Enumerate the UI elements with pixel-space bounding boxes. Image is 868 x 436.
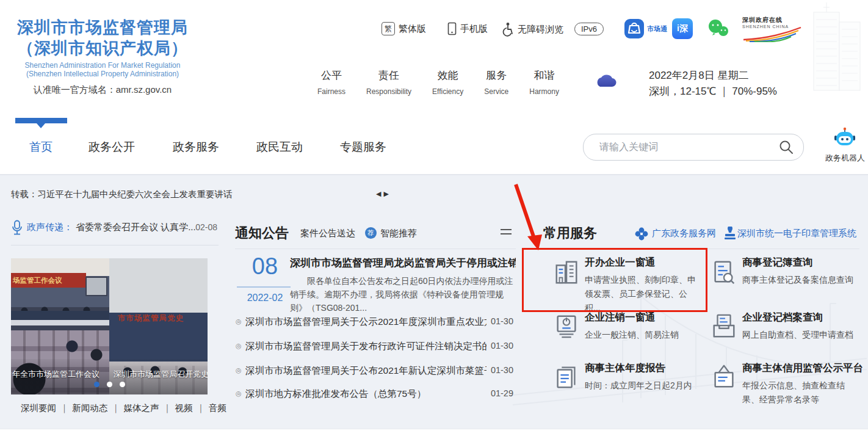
nav-special-services[interactable]: 专题服务 xyxy=(340,139,386,155)
power-off-icon xyxy=(552,312,580,340)
site-title-en-1: Shenzhen Administration For Market Regul… xyxy=(17,61,188,70)
wechat-icon xyxy=(707,18,730,39)
bullet-icon: ◎ xyxy=(236,366,242,374)
notices-title: 通知公告 xyxy=(235,224,289,242)
gd-gov-icon xyxy=(635,227,648,241)
service-open-business[interactable]: 开办企业一窗通 申请营业执照、刻制印章、申领发票、员工参保登记、公积... xyxy=(552,256,702,315)
link-smart-recommend[interactable]: 智能推荐 xyxy=(380,228,417,239)
weather-date: 2022年2月8日 星期二 xyxy=(649,68,748,82)
voice-label[interactable]: 政声传递： xyxy=(27,222,73,233)
content-area: 转载：习近平在十九届中央纪委六次全会上发表重要讲话 ◀▶ 政声传递： 省委常委会… xyxy=(0,175,868,429)
link-video[interactable]: 视频 xyxy=(175,403,193,413)
notice-item[interactable]: ◎ 深圳市地方标准批准发布公告（总第75号） 01-29 xyxy=(235,388,515,402)
service-deregister[interactable]: 企业注销一窗通 企业一般注销、简易注销 xyxy=(552,311,702,342)
official-domain-note: 认准唯一官方域名：amr.sz.gov.cn xyxy=(17,84,188,96)
signboard-icon xyxy=(710,363,738,391)
link-media-voice[interactable]: 媒体之声 xyxy=(123,403,159,413)
nav-home[interactable]: 首页 xyxy=(29,139,52,155)
shenzhen-china-logo[interactable]: 深圳政府在线 SHENZHEN CHINA xyxy=(742,16,808,45)
nav-gov-disclosure[interactable]: 政务公开 xyxy=(89,139,135,155)
robot-icon xyxy=(833,127,857,149)
photo-left-desk xyxy=(11,311,109,325)
company-icon xyxy=(552,258,580,286)
notice-item[interactable]: ◎ 深圳市市场监督管理局关于发布行政许可证件注销决定书的... 01-30 xyxy=(235,340,515,355)
notice-item[interactable]: ◎ 深圳市市场监督管理局关于公示2021年度深圳市重点农业龙... 01-30 xyxy=(235,316,515,330)
link-audio[interactable]: 音频 xyxy=(209,403,226,413)
mobile-version-label: 手机版 xyxy=(460,23,488,35)
divider xyxy=(536,249,859,249)
service-annual-report[interactable]: 商事主体年度报告 时间：成立周年之日起2月内 xyxy=(552,362,702,393)
accessibility-label: 无障碍浏览 xyxy=(518,24,563,35)
featured-notice-title[interactable]: 深圳市市场监督管理局龙岗监管局关于停用或注销... xyxy=(290,256,516,270)
carousel-dot-3[interactable] xyxy=(120,382,125,387)
voice-headline[interactable]: 省委常委会召开会议 认真学... xyxy=(76,222,196,233)
news-category-links: 深圳要闻｜新闻动态｜媒体之声｜视频｜音频 xyxy=(21,402,226,414)
page: 深圳市市场监督管理局 （深圳市知识产权局） Shenzhen Administr… xyxy=(0,0,868,436)
ticker-prev-icon[interactable]: ◀ xyxy=(376,190,383,197)
featured-notice-month: 2022-02 xyxy=(243,292,287,303)
active-tab-indicator xyxy=(15,118,67,123)
app-marketong[interactable]: 市场通 xyxy=(624,18,667,39)
gov-robot[interactable]: 政务机器人 xyxy=(825,127,864,164)
link-gd-gov-service[interactable]: 广东政务服务网 xyxy=(652,228,716,239)
active-tab-pointer xyxy=(37,123,45,128)
photo-left-banner-text: 场监管工作会议 xyxy=(11,273,86,288)
notice-item[interactable]: ◎ 深圳市市场监督管理局关于公布2021年新认定深圳市菜篮子... 01-30 xyxy=(235,365,515,379)
notices-more-icon[interactable] xyxy=(501,229,512,238)
site-logo[interactable]: 深圳市市场监督管理局 （深圳市知识产权局） Shenzhen Administr… xyxy=(17,17,188,96)
featured-date-divider xyxy=(237,286,291,288)
nav-interaction[interactable]: 政民互动 xyxy=(256,139,303,155)
link-news-updates[interactable]: 新闻动态 xyxy=(72,403,107,413)
marketong-label: 市场通 xyxy=(647,24,667,34)
traditional-chinese-label: 繁体版 xyxy=(399,23,426,35)
shenzhen-china-logo-zh: 深圳政府在线 xyxy=(742,16,808,24)
search-icon[interactable] xyxy=(779,140,794,154)
app-ishenzhen[interactable]: i深 xyxy=(672,18,693,39)
photo-left-screen xyxy=(85,277,107,296)
archive-icon xyxy=(710,312,738,340)
link-ipv6[interactable]: IPv6 xyxy=(574,23,604,34)
site-title-zh-1: 深圳市市场监督管理局 xyxy=(17,17,188,38)
service-register-query[interactable]: 商事登记簿查询 商事主体登记及备案信息查询 xyxy=(710,256,859,287)
app-wechat[interactable] xyxy=(707,18,730,42)
recommend-badge: 荐 xyxy=(365,227,377,239)
carousel-dot-1[interactable] xyxy=(94,382,99,387)
core-values: 公平 Fairness 责任 Responsibility 效能 Efficie… xyxy=(317,68,559,96)
link-case-announcements[interactable]: 案件公告送达 xyxy=(300,228,355,239)
featured-notice-summary: 限各单位自本公告发布之日起60日内依法办理停用或注销手续。逾期不办理，我局将依据… xyxy=(290,274,519,314)
site-title-zh-2: （深圳市知识产权局） xyxy=(17,38,188,59)
mobile-icon xyxy=(447,22,457,35)
traditional-chinese-icon: 繁 xyxy=(382,22,395,35)
service-credit-platform[interactable]: 商事主体信用监管公示平台 年报公示信息、抽查检查结果、经营异常名录等 xyxy=(710,362,863,407)
document-search-icon xyxy=(710,258,738,286)
ishenzhen-label: i深 xyxy=(677,23,688,34)
ticker-arrows: ◀▶ xyxy=(376,190,391,198)
microphone-icon xyxy=(11,220,23,236)
search-box xyxy=(583,134,804,161)
page-bottom-strip xyxy=(0,429,868,436)
news-carousel[interactable]: 场监管工作会议 市市场监管局党史 年全市市场监管工作会议 深圳市市场监管局召开党… xyxy=(11,258,208,394)
link-eseal-system[interactable]: 深圳市统一电子印章管理系统 xyxy=(737,228,856,239)
link-mobile-version[interactable]: 手机版 xyxy=(447,22,488,35)
carousel-caption-bar: 年全市市场监管工作会议 深圳市市场监管局召开党史 xyxy=(11,359,208,394)
voice-date: 02-08 xyxy=(195,222,217,232)
carousel-dot-2[interactable] xyxy=(107,382,112,387)
value-fairness: 公平 Fairness xyxy=(317,68,345,96)
featured-notice-day: 08 xyxy=(243,253,287,280)
value-harmony: 和谐 Harmony xyxy=(529,68,559,96)
link-traditional-chinese[interactable]: 繁 繁体版 xyxy=(382,22,426,35)
ticker-headline[interactable]: 转载：习近平在十九届中央纪委六次全会上发表重要讲话 xyxy=(11,189,233,200)
search-input[interactable] xyxy=(598,134,765,160)
gov-robot-label: 政务机器人 xyxy=(825,153,864,164)
value-efficiency: 效能 Efficiency xyxy=(432,68,463,96)
link-accessibility[interactable]: 无障碍浏览 xyxy=(501,22,563,37)
report-icon xyxy=(552,363,580,391)
link-shenzhen-news[interactable]: 深圳要闻 xyxy=(21,403,56,413)
nav-gov-services[interactable]: 政务服务 xyxy=(173,139,219,155)
bullet-icon: ◎ xyxy=(236,390,242,398)
service-archive-query[interactable]: 企业登记档案查询 网上自助查档、受理申请查档 xyxy=(710,311,859,342)
ticker-next-icon[interactable]: ▶ xyxy=(383,190,391,197)
ipv6-badge: IPv6 xyxy=(574,23,604,35)
value-responsibility: 责任 Responsibility xyxy=(366,68,411,96)
divider xyxy=(235,249,516,249)
